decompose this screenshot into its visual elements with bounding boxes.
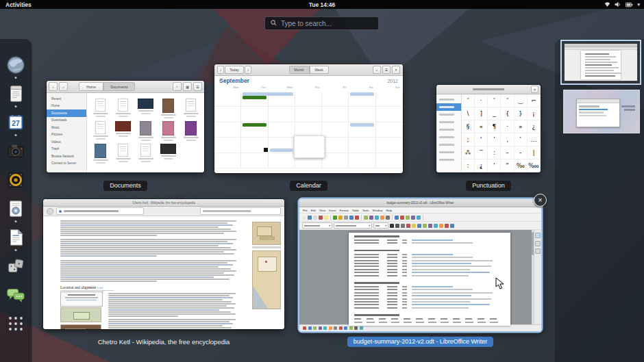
toolbar-icon[interactable]	[390, 224, 394, 228]
glyph-cell[interactable]: ‛	[488, 94, 501, 107]
file-item[interactable]	[180, 120, 201, 141]
charmap-script-item[interactable]	[436, 103, 461, 111]
toolbar-icon[interactable]	[308, 326, 312, 330]
calendar-selected-cell[interactable]	[294, 135, 325, 157]
dock-item-character-map[interactable]	[3, 196, 28, 221]
toolbar-icon[interactable]	[439, 224, 443, 228]
cal-search-button[interactable]: ⌕	[373, 66, 381, 74]
glyph-cell[interactable]: ⸘	[475, 159, 488, 172]
sidebar-item-pictures[interactable]: Pictures	[47, 131, 86, 139]
cal-menu-button[interactable]: ☰	[382, 66, 391, 74]
glyph-cell[interactable]: ⌐	[528, 94, 541, 107]
toolbar-icon[interactable]	[400, 216, 404, 220]
window-browser[interactable]: Chetro Ketl - Wikipedia, the free encycl…	[43, 199, 284, 329]
charmap-glyph-grid[interactable]: ’·‛’‿⌐\]_{}¡§«¶·»¿;‘’‚‛…⁂‾:–‑|:⸘‘“‰‱	[462, 94, 541, 172]
toolbar-icon[interactable]	[319, 216, 323, 220]
toolbar-icon[interactable]	[395, 216, 399, 220]
files-sidebar[interactable]: RecentHomeDocumentsDownloadsMusicPicture…	[47, 93, 87, 172]
glyph-cell[interactable]: :	[462, 159, 475, 172]
workspace-thumbnail-1[interactable]	[560, 40, 641, 85]
system-tray[interactable]: ▾	[604, 0, 640, 9]
wiki-edit-link[interactable]: [edit]	[97, 286, 103, 289]
toolbar-icon[interactable]	[445, 224, 449, 228]
toolbar-icon[interactable]	[333, 216, 337, 220]
back-button[interactable]: ‹	[49, 82, 58, 91]
search-files-button[interactable]: ⌕	[173, 82, 182, 91]
glyph-cell[interactable]: ¡	[528, 107, 541, 120]
glyph-cell[interactable]: ·	[475, 94, 488, 107]
sidebar-item-downloads[interactable]: Downloads	[47, 117, 86, 125]
dock-item-chat-app[interactable]	[3, 283, 28, 307]
browser-url-field[interactable]	[200, 207, 281, 215]
toolbar-icon[interactable]	[434, 224, 438, 228]
glyph-cell[interactable]: ‱	[528, 159, 541, 172]
toolbar-icon[interactable]	[386, 216, 390, 220]
toolbar-icon[interactable]	[450, 224, 454, 228]
dock-item-music-app[interactable]	[3, 168, 28, 192]
font-name-select[interactable]: ▾	[334, 222, 372, 229]
charmap-script-item[interactable]	[436, 148, 461, 156]
menu-view[interactable]: View	[319, 209, 325, 212]
file-item[interactable]	[90, 97, 111, 118]
glyph-cell[interactable]: ¶	[488, 120, 501, 133]
glyph-cell[interactable]: ‾	[475, 146, 488, 159]
charmap-script-item[interactable]	[436, 156, 461, 164]
menu-format[interactable]: Format	[339, 209, 348, 212]
writer-menubar[interactable]: FileEditViewInsertFormatTableToolsWindow…	[299, 207, 541, 214]
dock-item-show-applications[interactable]	[3, 311, 28, 336]
toolbar-icon[interactable]	[395, 224, 399, 228]
toolbar-icon[interactable]	[428, 224, 432, 228]
glyph-cell[interactable]: ‛	[515, 133, 528, 146]
toolbar-icon[interactable]	[406, 216, 410, 220]
charmap-script-item[interactable]	[436, 126, 461, 133]
view-toggle-button[interactable]: ▦	[183, 82, 192, 91]
path-button-home[interactable]: Home	[79, 82, 103, 91]
writer-document-area[interactable]	[299, 230, 541, 324]
file-item[interactable]	[90, 142, 111, 164]
glyph-cell[interactable]: ‑	[515, 146, 528, 159]
clock[interactable]: Tue 14:46	[0, 1, 644, 8]
charmap-script-item[interactable]	[436, 133, 461, 141]
forward-button[interactable]: ›	[59, 82, 68, 91]
toolbar-icon[interactable]	[324, 216, 328, 220]
glyph-cell[interactable]: «	[475, 120, 488, 133]
sidebar-item-trash[interactable]: Trash	[47, 146, 86, 153]
paragraph-style-select[interactable]: ▾	[302, 222, 332, 229]
dock-item-document-viewer[interactable]	[3, 81, 28, 106]
toolbar-icon[interactable]	[369, 216, 373, 220]
toolbar-icon[interactable]	[380, 216, 384, 220]
sidebar-item-browse-network[interactable]: Browse Network	[47, 153, 86, 160]
writer-sidebar[interactable]	[534, 230, 541, 324]
toolbar-icon[interactable]	[354, 326, 358, 330]
cal-close-button[interactable]: ×	[392, 66, 400, 74]
toolbar-icon[interactable]	[411, 216, 415, 220]
charmap-script-item[interactable]	[436, 111, 461, 118]
file-item[interactable]	[112, 120, 134, 141]
charmap-script-item[interactable]	[436, 118, 461, 126]
toolbar-icon[interactable]	[355, 216, 359, 220]
glyph-cell[interactable]: }	[515, 107, 528, 120]
cal-today-button[interactable]: Today	[225, 66, 244, 74]
glyph-cell[interactable]: ‘	[488, 159, 501, 172]
cal-view-week[interactable]: Week	[310, 66, 329, 74]
toolbar-icon[interactable]	[303, 326, 306, 330]
toolbar-icon[interactable]	[313, 216, 317, 220]
toolbar-icon[interactable]	[412, 224, 416, 228]
toolbar-icon[interactable]	[417, 216, 421, 220]
glyph-cell[interactable]: ’	[462, 94, 475, 107]
font-size-select[interactable]: ▾	[373, 222, 388, 229]
toolbar-icon[interactable]	[349, 326, 353, 330]
glyph-cell[interactable]: ¿	[528, 120, 541, 133]
file-item[interactable]	[158, 120, 179, 141]
file-item[interactable]	[180, 97, 201, 118]
sidebar-item-connect-to-server[interactable]: Connect to Server	[47, 160, 86, 168]
toolbar-icon[interactable]	[339, 326, 343, 330]
file-item[interactable]	[90, 120, 111, 141]
toolbar-icon[interactable]	[364, 216, 368, 220]
sidebar-item-music[interactable]: Music	[47, 124, 86, 131]
file-item[interactable]	[135, 142, 156, 164]
toolbar-icon[interactable]	[323, 326, 327, 330]
menu-help[interactable]: Help	[386, 209, 392, 212]
file-item[interactable]	[158, 97, 179, 118]
glyph-cell[interactable]: :	[488, 146, 501, 159]
